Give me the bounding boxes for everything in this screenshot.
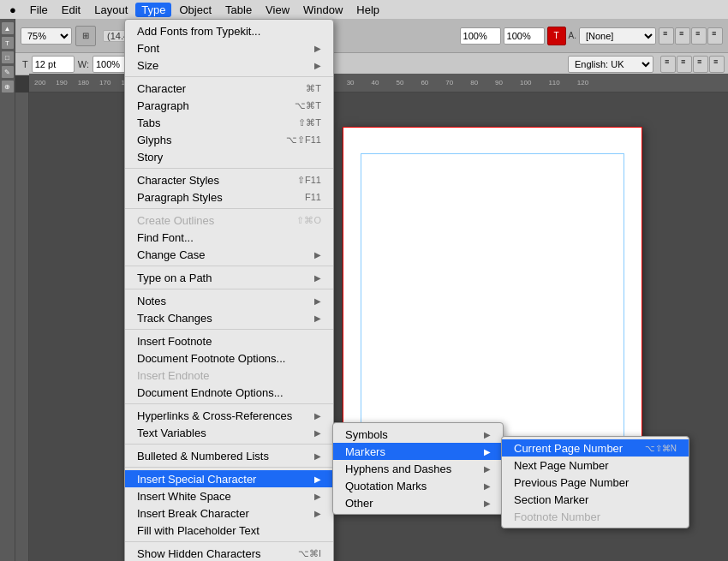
menu-fill-placeholder[interactable]: Fill with Placeholder Text <box>125 522 333 539</box>
sep4 <box>125 266 333 266</box>
sep1 <box>125 76 333 77</box>
submenu2-current-page[interactable]: Current Page Number ⌥⇧⌘N <box>502 439 689 457</box>
menubar-object[interactable]: Object <box>173 3 218 17</box>
menu-change-case[interactable]: Change Case ▶ <box>125 246 333 263</box>
font-size-input[interactable] <box>32 56 75 73</box>
menu-paragraph[interactable]: Paragraph ⌥⌘T <box>125 97 333 114</box>
tool-item[interactable]: ▲ <box>2 22 14 34</box>
sep7 <box>125 403 333 404</box>
submenu2-prev-page[interactable]: Previous Page Number <box>502 474 689 491</box>
align-center-btn[interactable]: ≡ <box>675 27 690 45</box>
page-canvas <box>343 127 642 469</box>
submenu1-symbols[interactable]: Symbols ▶ <box>333 426 503 443</box>
menu-show-hidden[interactable]: Show Hidden Characters ⌥⌘I <box>125 545 333 561</box>
menu-create-outlines: Create Outlines ⇧⌘O <box>125 212 333 229</box>
align-btn-2c[interactable]: ≡ <box>693 56 708 73</box>
tool-item2[interactable]: T <box>2 37 14 49</box>
page-guides <box>361 153 624 443</box>
menu-bulleted-lists[interactable]: Bulleted & Numbered Lists ▶ <box>125 447 333 464</box>
menu-paragraph-styles[interactable]: Paragraph Styles F11 <box>125 188 333 206</box>
menu-insert-footnote[interactable]: Insert Footnote <box>125 332 333 349</box>
menubar-help[interactable]: Help <box>350 3 385 17</box>
menu-glyphs[interactable]: Glyphs ⌥⇧F11 <box>125 131 333 148</box>
style-select[interactable]: [None] <box>579 27 656 45</box>
align-btn-2a[interactable]: ≡ <box>660 56 676 73</box>
menubar-table[interactable]: Table <box>219 3 258 17</box>
menu-text-variables[interactable]: Text Variables ▶ <box>125 424 333 441</box>
menu-story[interactable]: Story <box>125 148 333 165</box>
menu-track-changes[interactable]: Track Changes ▶ <box>125 309 333 326</box>
submenu2-next-page[interactable]: Next Page Number <box>502 457 689 474</box>
tool-item4[interactable]: ✎ <box>2 66 14 78</box>
menubar-apple[interactable]: ● <box>3 3 22 17</box>
menu-character-styles[interactable]: Character Styles ⇧F11 <box>125 171 333 188</box>
menu-insert-white-space[interactable]: Insert White Space ▶ <box>125 487 333 504</box>
tool-item3[interactable]: □ <box>2 51 14 63</box>
menu-tabs[interactable]: Tabs ⇧⌘T <box>125 114 333 131</box>
width-percent-input[interactable] <box>460 27 501 45</box>
sep3 <box>125 208 333 209</box>
menubar-window[interactable]: Window <box>297 3 349 17</box>
menu-font[interactable]: Font ▶ <box>125 39 333 57</box>
menu-character[interactable]: Character ⌘T <box>125 80 333 97</box>
menubar-type[interactable]: Type <box>135 3 171 17</box>
menu-type-on-path[interactable]: Type on a Path ▶ <box>125 269 333 286</box>
height-percent-input[interactable] <box>504 27 545 45</box>
align-btn-2d[interactable]: ≡ <box>709 56 725 73</box>
zoom-select[interactable]: 75% <box>21 27 72 45</box>
sep6 <box>125 329 333 330</box>
language-select[interactable]: English: UK <box>568 56 653 73</box>
tool-item5[interactable]: ⊕ <box>2 81 14 93</box>
type-menu: Add Fonts from Typekit... Font ▶ Size ▶ … <box>124 19 334 561</box>
font-size-label: T <box>22 59 28 69</box>
submenu2-footnote-num: Footnote Number <box>502 508 689 525</box>
view-mode-btn[interactable]: ⊞ <box>75 26 96 46</box>
menu-doc-endnote[interactable]: Document Endnote Options... <box>125 384 333 401</box>
sep2 <box>125 168 333 169</box>
menu-notes[interactable]: Notes ▶ <box>125 292 333 309</box>
menubar: ● File Edit Layout Type Object Table Vie… <box>0 0 728 19</box>
submenu1-markers[interactable]: Markers ▶ <box>333 443 503 460</box>
submenu1-quotation[interactable]: Quotation Marks ▶ <box>333 477 503 494</box>
menubar-layout[interactable]: Layout <box>88 3 134 17</box>
align-btn-2b[interactable]: ≡ <box>677 56 692 73</box>
menubar-file[interactable]: File <box>24 3 54 17</box>
submenu2-section-marker[interactable]: Section Marker <box>502 491 689 508</box>
menubar-view[interactable]: View <box>260 3 295 17</box>
ruler-vertical <box>15 93 29 561</box>
menu-insert-break-char[interactable]: Insert Break Character ▶ <box>125 504 333 522</box>
menu-insert-endnote: Insert Endnote <box>125 367 333 384</box>
toolbar1: 75% ⊞ (14.4 T A. [None] ≡ ≡ ≡ ≡ <box>0 19 728 53</box>
menubar-edit[interactable]: Edit <box>56 3 87 17</box>
align-left-btn[interactable]: ≡ <box>659 27 674 45</box>
submenu1-hyphens[interactable]: Hyphens and Dashes ▶ <box>333 460 503 477</box>
left-panel: ▲ T □ ✎ ⊕ <box>0 19 15 561</box>
toolbar2: T W: H: T T English: UK ≡ ≡ ≡ ≡ <box>0 53 728 75</box>
align-justify-btn[interactable]: ≡ <box>707 27 723 45</box>
color-swatch[interactable]: T <box>547 27 566 45</box>
sep5 <box>125 289 333 289</box>
menu-insert-special-char[interactable]: Insert Special Character ▶ <box>125 470 333 487</box>
align-right-btn[interactable]: ≡ <box>691 27 707 45</box>
submenu-markers: Current Page Number ⌥⇧⌘N Next Page Numbe… <box>501 436 689 528</box>
menu-hyperlinks[interactable]: Hyperlinks & Cross-References ▶ <box>125 407 333 424</box>
menu-add-fonts[interactable]: Add Fonts from Typekit... <box>125 22 333 39</box>
menu-doc-footnote[interactable]: Document Footnote Options... <box>125 349 333 367</box>
menu-find-font[interactable]: Find Font... <box>125 229 333 246</box>
sep8 <box>125 444 333 445</box>
sep9 <box>125 467 333 468</box>
menu-size[interactable]: Size ▶ <box>125 57 333 74</box>
width-pct-label: W: <box>78 59 89 69</box>
submenu-insert-special: Symbols ▶ Markers ▶ Hyphens and Dashes ▶… <box>332 422 504 515</box>
submenu1-other[interactable]: Other ▶ <box>333 494 503 511</box>
sep10 <box>125 541 333 542</box>
